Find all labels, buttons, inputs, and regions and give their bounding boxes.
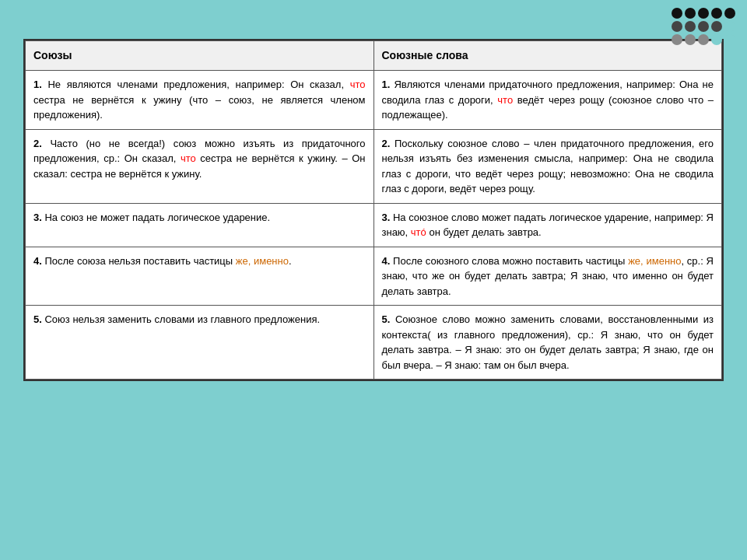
table-row: 3. На союз не может падать логическое уд… xyxy=(26,203,722,247)
cell-1-right: 1. Являются членами придаточного предлож… xyxy=(374,71,722,130)
header-col-soyuznye: Союзные слова xyxy=(374,41,722,71)
table-row: 2. Часто (но не всегда!) союз можно изъя… xyxy=(26,129,722,203)
cell-1-left: 1. Не являются членами предложения, напр… xyxy=(26,71,374,130)
row-2-left-text: 2. Часто (но не всегда!) союз можно изъя… xyxy=(33,138,366,180)
dot xyxy=(724,8,735,19)
cell-4-left: 4. После союза нельзя поставить частицы … xyxy=(26,247,374,306)
table-row: 5. Союз нельзя заменить словами из главн… xyxy=(26,306,722,380)
dot xyxy=(698,21,709,32)
table-row: 1. Не являются членами предложения, напр… xyxy=(26,71,722,130)
dot xyxy=(711,8,722,19)
row-4-left-text: 4. После союза нельзя поставить частицы … xyxy=(33,255,292,267)
header-col-soyuzy: Союзы xyxy=(26,41,374,71)
comparison-table: Союзы Союзные слова 1. Не являются члена… xyxy=(25,40,722,380)
row-2-right-text: 2. Поскольку союзное слово – член придат… xyxy=(382,138,714,195)
dot xyxy=(685,34,696,45)
dot xyxy=(698,8,709,19)
row-4-right-text: 4. После союзного слова можно поставить … xyxy=(382,255,714,297)
row-5-left-text: 5. Союз нельзя заменить словами из главн… xyxy=(33,313,320,325)
row-1-left-text: 1. Не являются членами предложения, напр… xyxy=(33,79,366,121)
table-header-row: Союзы Союзные слова xyxy=(26,41,722,71)
dot xyxy=(711,34,722,45)
cell-3-right: 3. На союзное слово может падать логичес… xyxy=(374,203,722,247)
cell-2-left: 2. Часто (но не всегда!) союз можно изъя… xyxy=(26,129,374,203)
row-3-left-text: 3. На союз не может падать логическое уд… xyxy=(33,212,270,223)
dot xyxy=(672,8,682,19)
row-3-right-text: 3. На союзное слово может падать логичес… xyxy=(382,212,714,239)
cell-3-left: 3. На союз не может падать логическое уд… xyxy=(26,203,374,247)
cell-4-right: 4. После союзного слова можно поставить … xyxy=(374,247,722,306)
cell-2-right: 2. Поскольку союзное слово – член придат… xyxy=(374,129,722,203)
cell-5-left: 5. Союз нельзя заменить словами из главн… xyxy=(26,306,374,380)
dot xyxy=(698,34,709,45)
row-1-right-text: 1. Являются членами придаточного предлож… xyxy=(382,79,714,121)
row-5-right-text: 5. Союзное слово можно заменить словами,… xyxy=(382,313,714,371)
dot xyxy=(711,21,722,32)
dot xyxy=(685,21,696,32)
table-row: 4. После союза нельзя поставить частицы … xyxy=(26,247,722,306)
dot xyxy=(685,8,696,19)
page-wrapper: Союзы Союзные слова 1. Не являются члена… xyxy=(0,0,747,560)
dots-decoration xyxy=(672,8,735,45)
dot xyxy=(724,34,735,45)
cell-5-right: 5. Союзное слово можно заменить словами,… xyxy=(374,306,722,380)
main-table-container: Союзы Союзные слова 1. Не являются члена… xyxy=(23,39,724,381)
dot xyxy=(724,21,735,32)
dot xyxy=(672,21,682,32)
dot xyxy=(672,34,682,45)
